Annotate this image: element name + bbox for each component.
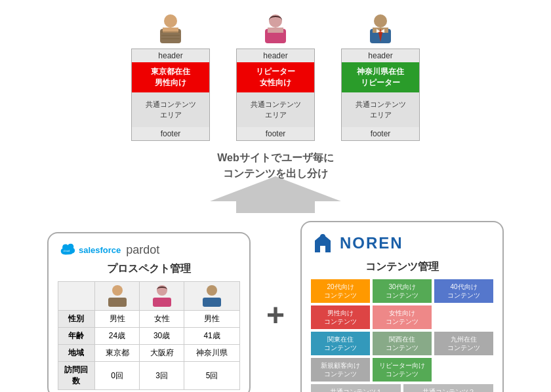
- tag-repeater: リピーター向けコンテンツ: [373, 358, 432, 382]
- pardot-box: cloud salesforce pardot プロスペクト管理: [47, 232, 251, 392]
- tag-20s: 20代向けコンテンツ: [311, 279, 370, 303]
- svg-point-21: [207, 285, 217, 296]
- tag-kansai: 関西在住コンテンツ: [373, 332, 432, 355]
- pardot-section-title: プロスペクト管理: [58, 262, 240, 276]
- svg-point-0: [164, 14, 177, 28]
- svg-rect-5: [161, 38, 180, 39]
- table-row-region: 地域 東京都 大阪府 神奈川県: [58, 345, 239, 362]
- content-tags-row2: 男性向けコンテンツ 女性向けコンテンツ: [311, 305, 493, 329]
- content-tags-row4: 新規顧客向けコンテンツ リピーター向けコンテンツ: [311, 358, 493, 382]
- page-highlight-2: リピーター女性向け: [237, 62, 314, 92]
- page-footer-1: footer: [132, 127, 209, 140]
- svg-point-17: [112, 285, 123, 296]
- svg-point-24: [320, 234, 325, 239]
- page-footer-2: footer: [237, 127, 314, 140]
- salesforce-logo: cloud salesforce: [58, 243, 121, 257]
- tag-male: 男性向けコンテンツ: [311, 305, 370, 329]
- person3-avatar: [200, 283, 224, 307]
- page-highlight-1: 東京都在住男性向け: [132, 62, 209, 92]
- table-row-gender: 性別 男性 女性 男性: [58, 311, 239, 328]
- persona-card-3: header 神奈川県在住リピーター 共通コンテンツエリア footer: [341, 12, 420, 141]
- tag-30s: 30代向けコンテンツ: [373, 279, 432, 303]
- page-header-2: header: [237, 49, 314, 62]
- prospect-table: 性別 男性 女性 男性 年齢 24歳 30歳 41歳 地域 東京都 大阪府 神奈…: [58, 281, 240, 390]
- page-header-1: header: [132, 49, 209, 62]
- pardot-text: pardot: [126, 243, 159, 257]
- noren-logo-row: NOREN: [311, 231, 493, 255]
- svg-rect-18: [108, 298, 127, 307]
- table-row-age: 年齢 24歳 30歳 41歳: [58, 328, 239, 345]
- page-frame-1: header 東京都在住男性向け 共通コンテンツエリア footer: [131, 49, 210, 141]
- content-tags-row1: 20代向けコンテンツ 30代向けコンテンツ 40代向けコンテンツ: [311, 279, 493, 303]
- person2-avatar: [150, 283, 174, 307]
- salesforce-text: salesforce: [79, 245, 121, 255]
- page-frame-3: header 神奈川県在住リピーター 共通コンテンツエリア footer: [341, 49, 420, 141]
- tag-female: 女性向けコンテンツ: [373, 305, 432, 329]
- content-tags-row3: 関東在住コンテンツ 関西在住コンテンツ 九州在住コンテンツ: [311, 332, 493, 355]
- tag-common2: 共通コンテンツ２: [403, 384, 493, 392]
- persona-card-1: header 東京都在住男性向け 共通コンテンツエリア footer: [131, 12, 210, 141]
- table-row-visits: 訪問回数 0回 3回 5回: [58, 362, 239, 390]
- tag-empty3: [434, 358, 493, 382]
- noren-section-title: コンテンツ管理: [311, 260, 493, 274]
- plus-sign: +: [266, 297, 285, 333]
- content-tags-row5: 共通コンテンツ１ 共通コンテンツ２: [311, 384, 493, 392]
- page-header-3: header: [342, 49, 419, 62]
- svg-rect-8: [268, 28, 283, 33]
- salesforce-cloud-icon: cloud: [58, 243, 76, 257]
- persona-card-2: header リピーター女性向け 共通コンテンツエリア footer: [236, 12, 315, 141]
- page-content-3: 共通コンテンツエリア: [342, 92, 419, 127]
- arrow-section: Webサイトでユーザ毎に コンテンツを出し分け: [0, 150, 551, 214]
- svg-rect-4: [161, 35, 180, 36]
- tag-40s: 40代向けコンテンツ: [434, 279, 493, 303]
- page-highlight-3: 神奈川県在住リピーター: [342, 62, 419, 92]
- svg-rect-20: [153, 298, 171, 307]
- person1-avatar: [106, 283, 129, 307]
- page-content-1: 共通コンテンツエリア: [132, 92, 209, 127]
- tag-empty2: [434, 305, 493, 329]
- logos-row: cloud salesforce pardot: [58, 243, 240, 257]
- bottom-section: cloud salesforce pardot プロスペクト管理: [0, 221, 551, 392]
- tag-kyushu: 九州在住コンテンツ: [434, 332, 493, 355]
- noren-box: NOREN コンテンツ管理 20代向けコンテンツ 30代向けコンテンツ 40代向…: [300, 221, 504, 392]
- noren-icon: [311, 231, 335, 255]
- svg-text:cloud: cloud: [63, 249, 70, 252]
- tag-kanto: 関東在住コンテンツ: [311, 332, 370, 355]
- svg-point-9: [374, 14, 387, 28]
- svg-marker-15: [210, 176, 341, 213]
- page-frame-2: header リピーター女性向け 共通コンテンツエリア footer: [236, 49, 315, 141]
- arrow-text: Webサイトでユーザ毎に コンテンツを出し分け: [217, 150, 333, 182]
- tag-common1: 共通コンテンツ１: [311, 384, 401, 392]
- avatar-1: [155, 12, 186, 43]
- svg-rect-3: [161, 31, 180, 33]
- avatar-2: [260, 12, 291, 43]
- noren-text: NOREN: [340, 234, 403, 252]
- svg-rect-22: [203, 298, 221, 307]
- tag-new-customer: 新規顧客向けコンテンツ: [311, 358, 370, 382]
- page-content-2: 共通コンテンツエリア: [237, 92, 314, 127]
- page-footer-3: footer: [342, 127, 419, 140]
- top-personas-section: header 東京都在住男性向け 共通コンテンツエリア footer heade…: [0, 0, 551, 147]
- avatar-3: [365, 12, 396, 43]
